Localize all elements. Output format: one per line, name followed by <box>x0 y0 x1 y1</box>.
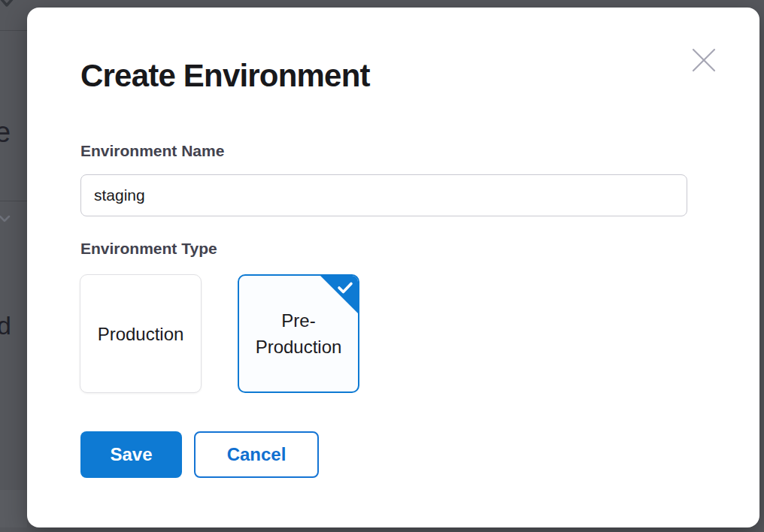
modal-title: Create Environment <box>80 57 370 95</box>
x-icon <box>692 48 716 72</box>
background-partial-text: d <box>0 311 11 340</box>
type-option-production[interactable]: Production <box>80 274 202 393</box>
type-option-label: Pre-Production <box>249 307 348 360</box>
chevron-down-icon <box>0 0 14 8</box>
environment-name-input[interactable] <box>80 174 687 216</box>
cancel-button[interactable]: Cancel <box>194 431 319 478</box>
modal-actions: Save Cancel <box>80 431 319 478</box>
chevron-down-icon <box>0 214 11 223</box>
environment-type-options: Production Pre-Production <box>80 274 359 393</box>
background-section <box>0 490 27 527</box>
background-divider <box>0 201 27 201</box>
environment-type-label: Environment Type <box>80 239 217 258</box>
create-environment-modal: Create Environment Environment Name Envi… <box>27 8 759 527</box>
save-button[interactable]: Save <box>80 431 182 478</box>
background-partial-text: e <box>0 116 11 149</box>
background-divider <box>0 30 27 31</box>
check-icon <box>337 281 353 295</box>
type-option-label: Production <box>98 321 184 347</box>
type-option-pre-production[interactable]: Pre-Production <box>238 274 359 393</box>
close-button[interactable] <box>690 47 717 74</box>
environment-name-label: Environment Name <box>80 141 224 161</box>
